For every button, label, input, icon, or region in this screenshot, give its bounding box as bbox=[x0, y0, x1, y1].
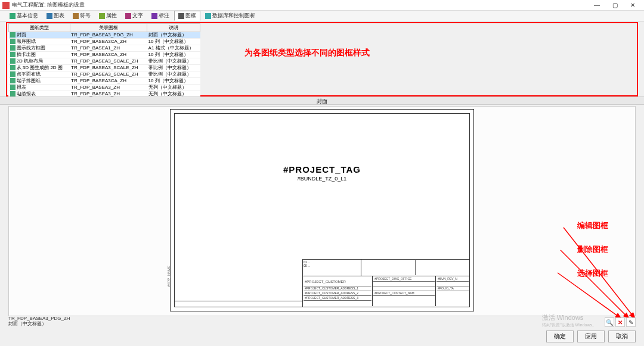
tb-folio: #FOLIO_TA bbox=[436, 286, 469, 291]
tab-property[interactable]: 属性 bbox=[95, 11, 120, 20]
annotation-select: 选择图框 bbox=[577, 268, 608, 279]
table-row[interactable]: 从 3D 图生成的 2D 图TR_FDP_BASEA3_SCALE_ZH带比例（… bbox=[9, 65, 200, 71]
annotation-main: 为各图纸类型选择不同的图框样式 bbox=[244, 48, 370, 58]
toolbar-tabs: 基本信息 图表 符号 属性 文字 标注 图框 数据库和控制图析 bbox=[0, 11, 644, 21]
status-line1: TR_FDP_BASEA3_PDG_ZH bbox=[8, 316, 70, 321]
app-icon bbox=[2, 2, 10, 9]
tab-symbol[interactable]: 符号 bbox=[69, 11, 94, 20]
tab-database[interactable]: 数据库和控制图析 bbox=[202, 11, 259, 20]
status-line2: 封面（中文标题） bbox=[8, 321, 70, 326]
close-button[interactable]: ✕ bbox=[624, 1, 642, 10]
frame-action-buttons: 🔍 ✕ ✎ bbox=[605, 317, 636, 327]
apply-button[interactable]: 应用 bbox=[577, 331, 605, 342]
tb-addr1: #PROJECT_CUSTOMER_ADDRESS_1 bbox=[304, 286, 371, 291]
table-row[interactable]: 封面TR_FDP_BASEA3_PDG_ZH封面（中文标题） bbox=[9, 32, 200, 39]
dialog-footer: 确定 应用 取消 bbox=[546, 331, 636, 342]
project-tag-block: #PROJECT_TAG #BUNDLE_TZ_0_L1 bbox=[175, 164, 469, 182]
minimize-button[interactable]: — bbox=[588, 1, 606, 10]
tb-customer: #PROJECT_CUSTOMER bbox=[304, 277, 371, 286]
project-tag-text: #PROJECT_TAG bbox=[175, 164, 469, 174]
tb-contact: #PROJECT_CONTACT_NAM bbox=[373, 291, 435, 296]
table-row[interactable]: 点平面布线TR_FDP_BASEA3_SCALE_ZH带比例（中文标题） bbox=[9, 71, 200, 78]
table-row[interactable]: 插卡出图TR_FDP_BASEA3CA_ZH10 列（中文标题） bbox=[9, 52, 200, 58]
edit-frame-button[interactable]: ✎ bbox=[626, 317, 636, 327]
table-row[interactable]: 报表TR_FDP_BASEA3_ZH无列（中文标题） bbox=[9, 85, 200, 91]
table-row[interactable]: 图示线方框图TR_FDP_BASEA1_ZHA1 格式（中文标题） bbox=[9, 45, 200, 52]
ok-button[interactable]: 确定 bbox=[546, 331, 574, 342]
maximize-button[interactable]: ▢ bbox=[606, 1, 624, 10]
annotation-edit: 编辑图框 bbox=[577, 220, 608, 231]
tb-office: #PROJECT_DWG_OFFICE bbox=[373, 277, 435, 282]
app-name-vertical: #APP_NAME bbox=[167, 266, 171, 287]
section-label: 封面 bbox=[0, 96, 644, 105]
tb-addr3: #PROJECT_CUSTOMER_ADDRESS_3 bbox=[304, 296, 371, 301]
drawing-preview: #PROJECT_TAG #BUNDLE_TZ_0_L1 #APP_NAME 0… bbox=[8, 106, 636, 316]
tab-text[interactable]: 文字 bbox=[122, 11, 147, 20]
bottom-left-block bbox=[175, 301, 303, 307]
frame-type-table: 图纸类型 关联图框 说明 封面TR_FDP_BASEA3_PDG_ZH封面（中文… bbox=[8, 23, 200, 98]
windows-watermark: 激活 Windows 转到"设置"以激活 Windows。 bbox=[542, 313, 596, 328]
col-header-type[interactable]: 图纸类型 bbox=[9, 24, 70, 32]
table-row[interactable]: 顺序图纸TR_FDP_BASEA3CA_ZH10 列（中文标题） bbox=[9, 39, 200, 45]
tab-chart[interactable]: 图表 bbox=[43, 11, 68, 20]
table-row[interactable]: 2D 机柜布局TR_FDP_BASEA3_SCALE_ZH带比例（中文标题） bbox=[9, 58, 200, 65]
window-titlebar: 电气工程配置: 绘图模板的设置 — ▢ ✕ bbox=[0, 0, 644, 11]
annotation-delete: 删除图框 bbox=[577, 244, 608, 255]
right-annotations: 编辑图框 删除图框 选择图框 bbox=[577, 220, 608, 292]
tab-frame[interactable]: 图框 bbox=[174, 11, 200, 21]
tab-basic-info[interactable]: 基本信息 bbox=[6, 11, 42, 20]
browse-frame-button[interactable]: 🔍 bbox=[605, 317, 614, 327]
tab-dimension[interactable]: 标注 bbox=[148, 11, 173, 20]
delete-frame-button[interactable]: ✕ bbox=[615, 317, 625, 327]
table-row[interactable]: 端子排图纸TR_FDP_BASEA3CA_ZH10 列（中文标题） bbox=[9, 78, 200, 85]
window-title: 电气工程配置: 绘图模板的设置 bbox=[12, 1, 588, 9]
tb-rev: #BUN_REV_N bbox=[436, 277, 469, 282]
status-bar: TR_FDP_BASEA3_PDG_ZH 封面（中文标题） bbox=[8, 316, 70, 326]
drawing-frame: #PROJECT_TAG #BUNDLE_TZ_0_L1 #APP_NAME 0… bbox=[170, 109, 474, 311]
cancel-button[interactable]: 取消 bbox=[608, 331, 636, 342]
bundle-text: #BUNDLE_TZ_0_L1 bbox=[175, 176, 469, 182]
title-block: 01 ...00 ... #PROJECT_CUSTOMER #PROJECT_… bbox=[302, 259, 469, 307]
col-header-frame[interactable]: 关联图框 bbox=[70, 24, 147, 32]
col-header-desc[interactable]: 说明 bbox=[147, 24, 200, 32]
tb-addr2: #PROJECT_CUSTOMER_ADDRESS_2 bbox=[304, 291, 371, 296]
